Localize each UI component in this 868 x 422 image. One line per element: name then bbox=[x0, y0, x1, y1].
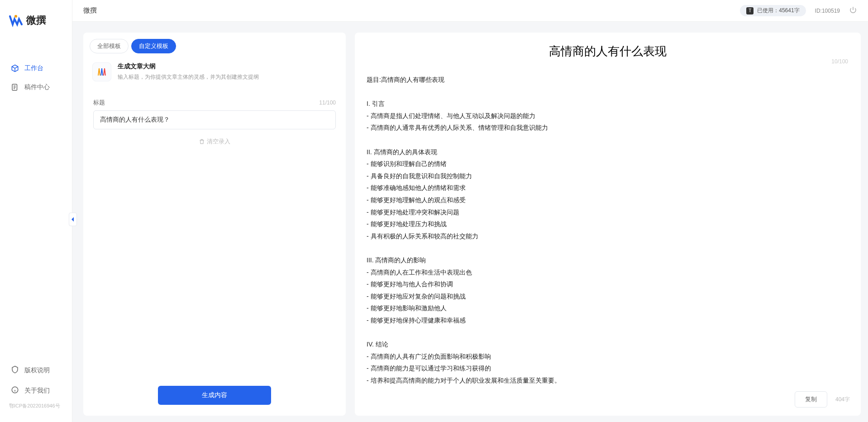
tab-custom-templates[interactable]: 自定义模板 bbox=[131, 39, 176, 53]
user-id: ID:100519 bbox=[815, 8, 840, 14]
clear-label: 清空录入 bbox=[207, 138, 230, 146]
sidebar: 微撰 工作台 稿件中心 版权说明 关于我们 鄂ICP备2 bbox=[0, 0, 72, 422]
cube-icon bbox=[11, 64, 19, 72]
nav-list: 工作台 稿件中心 bbox=[0, 36, 72, 360]
chevron-left-icon bbox=[71, 217, 75, 222]
title-field-counter: 11/100 bbox=[319, 100, 336, 106]
info-icon bbox=[11, 386, 19, 395]
logo: 微撰 bbox=[0, 0, 72, 36]
icp-text: 鄂ICP备2022016946号 bbox=[0, 401, 72, 413]
topbar-title: 微撰 bbox=[83, 6, 97, 15]
template-icon bbox=[92, 62, 111, 81]
output-title-counter: 10/100 bbox=[831, 58, 848, 65]
copyright-link[interactable]: 版权说明 bbox=[0, 360, 72, 380]
logo-icon bbox=[9, 14, 23, 27]
about-link[interactable]: 关于我们 bbox=[0, 380, 72, 401]
template-desc: 输入标题，为你提供文章主体的灵感，并为其创建推文提纲 bbox=[118, 73, 337, 81]
template-title: 生成文章大纲 bbox=[118, 62, 337, 71]
output-wordcount: 404字 bbox=[835, 396, 850, 403]
copy-button[interactable]: 复制 bbox=[795, 391, 827, 408]
collapse-sidebar-button[interactable] bbox=[69, 213, 77, 226]
shield-icon bbox=[11, 365, 19, 375]
usage-text: 已使用：45641字 bbox=[757, 7, 799, 14]
text-badge-icon: T bbox=[746, 7, 754, 14]
nav-item-workspace[interactable]: 工作台 bbox=[0, 59, 72, 78]
title-input[interactable] bbox=[93, 110, 336, 129]
template-card: 生成文章大纲 输入标题，为你提供文章主体的灵感，并为其创建推文提纲 bbox=[83, 53, 346, 86]
clear-input-button[interactable]: 清空录入 bbox=[83, 129, 346, 154]
nav-item-drafts[interactable]: 稿件中心 bbox=[0, 78, 72, 97]
sidebar-bottom: 版权说明 关于我们 鄂ICP备2022016946号 bbox=[0, 360, 72, 422]
tab-all-templates[interactable]: 全部模板 bbox=[90, 39, 129, 53]
power-icon[interactable] bbox=[849, 6, 857, 16]
bottom-item-label: 版权说明 bbox=[24, 366, 50, 375]
output-title: 高情商的人有什么表现 bbox=[366, 43, 850, 59]
output-body[interactable]: 题目:高情商的人有哪些表现 I. 引言 - 高情商是指人们处理情绪、与他人互动以… bbox=[366, 70, 850, 385]
title-field-label: 标题 bbox=[93, 99, 105, 107]
usage-chip[interactable]: T 已使用：45641字 bbox=[740, 5, 806, 16]
svg-point-0 bbox=[14, 15, 17, 18]
doc-list-icon bbox=[11, 83, 19, 91]
nav-item-label: 稿件中心 bbox=[24, 83, 50, 91]
bottom-item-label: 关于我们 bbox=[24, 387, 50, 395]
trash-icon bbox=[199, 138, 205, 145]
input-panel: 全部模板 自定义模板 生成文章大纲 输入标题，为你提供文章主体的灵感，并为其创建… bbox=[83, 33, 346, 416]
generate-button[interactable]: 生成内容 bbox=[158, 386, 271, 405]
tabs: 全部模板 自定义模板 bbox=[83, 33, 346, 53]
output-panel: 高情商的人有什么表现 10/100 题目:高情商的人有哪些表现 I. 引言 - … bbox=[355, 33, 861, 416]
topbar: 微撰 T 已使用：45641字 ID:100519 bbox=[72, 0, 868, 22]
nav-item-label: 工作台 bbox=[24, 64, 43, 72]
logo-text: 微撰 bbox=[26, 14, 46, 27]
